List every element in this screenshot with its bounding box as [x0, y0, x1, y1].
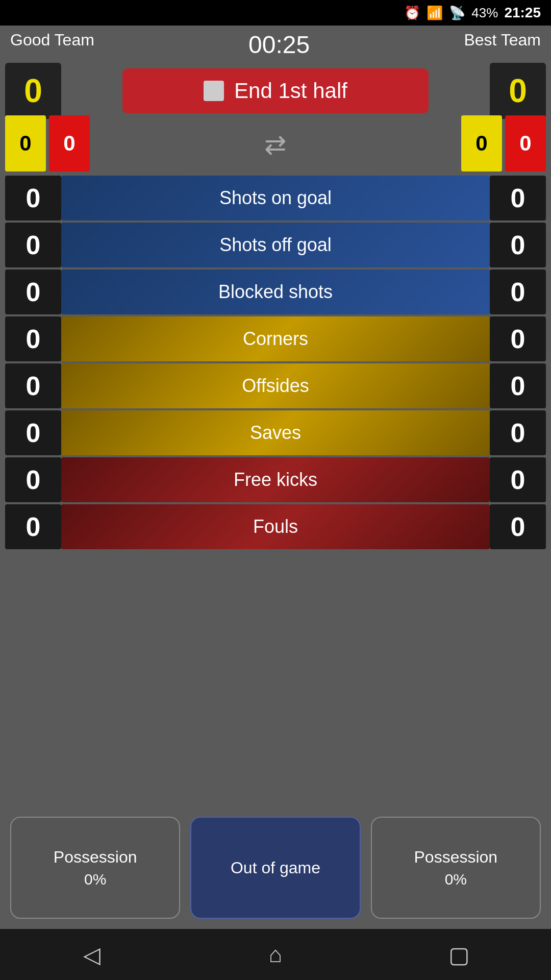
recent-button[interactable]: ▢ — [439, 934, 480, 975]
navigation-bar: ◁ ⌂ ▢ — [0, 929, 551, 980]
cards-row: 0 0 ⇄ 0 0 — [0, 115, 551, 172]
stat-label-3[interactable]: Corners — [61, 316, 490, 361]
stat-label-7[interactable]: Fouls — [61, 504, 490, 549]
status-time: 21:25 — [504, 5, 541, 21]
left-yellow-card[interactable]: 0 — [5, 115, 46, 172]
game-timer: 00:25 — [248, 31, 310, 59]
swap-arrows[interactable]: ⇄ — [264, 129, 287, 160]
stat-left-val-6[interactable]: 0 — [5, 457, 61, 502]
stat-row[interactable]: 0Blocked shots0 — [5, 270, 546, 314]
alarm-icon: ⏰ — [404, 5, 420, 21]
stat-left-val-7[interactable]: 0 — [5, 504, 61, 549]
stat-right-val-4[interactable]: 0 — [490, 363, 546, 408]
right-team-name: Best Team — [464, 31, 541, 50]
stat-row[interactable]: 0Saves0 — [5, 410, 546, 455]
bottom-buttons: Possession0%Out of gamePossession0% — [0, 806, 551, 929]
wifi-icon: 📶 — [427, 5, 443, 21]
status-bar: ⏰ 📶 📡 43% 21:25 — [0, 0, 551, 26]
stat-left-val-2[interactable]: 0 — [5, 270, 61, 314]
bottom-btn-label-0: Possession — [54, 848, 137, 867]
teams-header: Good Team 00:25 Best Team — [0, 26, 551, 59]
back-button[interactable]: ◁ — [71, 934, 112, 975]
stat-left-val-5[interactable]: 0 — [5, 410, 61, 455]
right-score[interactable]: 0 — [490, 63, 546, 119]
stat-label-2[interactable]: Blocked shots — [61, 270, 490, 314]
stat-left-val-3[interactable]: 0 — [5, 316, 61, 361]
stat-left-val-0[interactable]: 0 — [5, 176, 61, 220]
bottom-btn-label-2: Possession — [414, 848, 498, 867]
stat-right-val-5[interactable]: 0 — [490, 410, 546, 455]
recent-icon: ▢ — [448, 942, 470, 968]
right-yellow-card[interactable]: 0 — [461, 115, 502, 172]
stat-right-val-7[interactable]: 0 — [490, 504, 546, 549]
end-half-button[interactable]: End 1st half — [122, 68, 429, 113]
stat-row[interactable]: 0Shots on goal0 — [5, 176, 546, 220]
stat-right-val-6[interactable]: 0 — [490, 457, 546, 502]
home-icon: ⌂ — [269, 942, 283, 967]
end-half-label: End 1st half — [234, 79, 347, 103]
stat-row[interactable]: 0Corners0 — [5, 316, 546, 361]
stat-right-val-0[interactable]: 0 — [490, 176, 546, 220]
home-button[interactable]: ⌂ — [255, 934, 296, 975]
stat-label-6[interactable]: Free kicks — [61, 457, 490, 502]
signal-icon: 📡 — [449, 5, 465, 21]
battery-text: 43% — [471, 5, 498, 21]
stat-row[interactable]: 0Free kicks0 — [5, 457, 546, 502]
stat-left-val-4[interactable]: 0 — [5, 363, 61, 408]
right-red-card[interactable]: 0 — [505, 115, 546, 172]
left-team-name: Good Team — [10, 31, 94, 50]
stat-left-val-1[interactable]: 0 — [5, 223, 61, 267]
bottom-btn-1[interactable]: Out of game — [190, 817, 360, 919]
stat-label-5[interactable]: Saves — [61, 410, 490, 455]
stat-right-val-3[interactable]: 0 — [490, 316, 546, 361]
left-cards: 0 0 — [5, 115, 90, 172]
bottom-btn-2[interactable]: Possession0% — [371, 817, 541, 919]
left-red-card[interactable]: 0 — [49, 115, 90, 172]
stat-right-val-2[interactable]: 0 — [490, 270, 546, 314]
stop-icon — [204, 81, 224, 101]
stat-row[interactable]: 0Shots off goal0 — [5, 223, 546, 267]
back-icon: ◁ — [83, 942, 101, 968]
bottom-btn-label-1: Out of game — [231, 859, 320, 877]
bottom-btn-sub-0: 0% — [84, 871, 106, 888]
left-score[interactable]: 0 — [5, 63, 61, 119]
bottom-btn-sub-2: 0% — [445, 871, 467, 888]
scores-row: 0 End 1st half 0 — [0, 61, 551, 120]
stat-label-1[interactable]: Shots off goal — [61, 223, 490, 267]
stats-table: 0Shots on goal00Shots off goal00Blocked … — [5, 176, 546, 549]
stat-label-4[interactable]: Offsides — [61, 363, 490, 408]
right-cards: 0 0 — [461, 115, 546, 172]
stat-row[interactable]: 0Offsides0 — [5, 363, 546, 408]
stat-right-val-1[interactable]: 0 — [490, 223, 546, 267]
stat-label-0[interactable]: Shots on goal — [61, 176, 490, 220]
stat-row[interactable]: 0Fouls0 — [5, 504, 546, 549]
bottom-btn-0[interactable]: Possession0% — [10, 817, 180, 919]
